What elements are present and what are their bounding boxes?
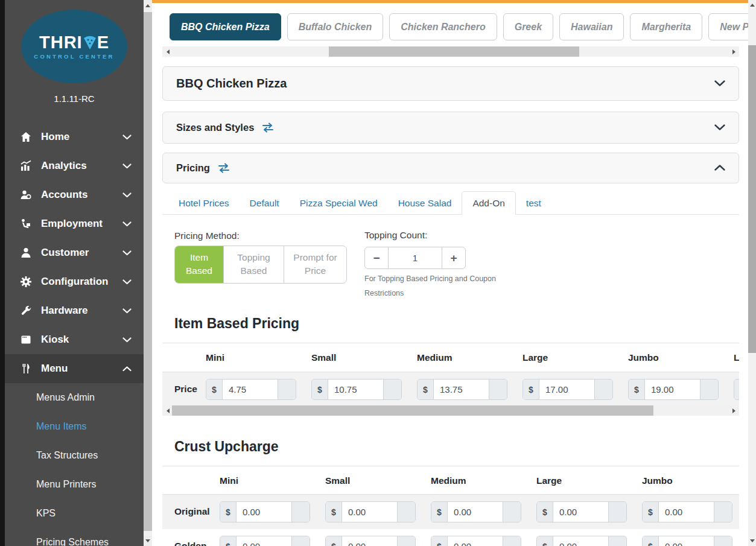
sidebar-item-kiosk[interactable]: Kiosk (5, 325, 144, 354)
column-header: Medium (431, 475, 466, 486)
topping-count-value[interactable]: 1 (389, 247, 442, 269)
tab-add-on[interactable]: Add-On (462, 191, 515, 215)
sidebar-item-home[interactable]: Home (5, 122, 144, 151)
sidebar-subitem-pricing-schemes[interactable]: Pricing Schemes (5, 528, 144, 546)
main-scrollbar-thumb[interactable] (748, 45, 756, 353)
upcharge-input[interactable] (342, 536, 397, 546)
upcharge-input[interactable] (237, 502, 291, 522)
scroll-up-arrow[interactable] (144, 0, 152, 10)
sidebar-subitem-menus-admin[interactable]: Menus Admin (5, 383, 144, 412)
item-tab-bbq-chicken-pizza[interactable]: BBQ Chicken Pizza (170, 13, 281, 40)
item-tab-hawaiian[interactable]: Hawaiian (559, 13, 624, 40)
price-input[interactable] (223, 379, 278, 399)
chevron-down-icon (122, 218, 132, 229)
sidebar-item-analytics[interactable]: Analytics (5, 151, 144, 180)
item-tab-label: New Pizza (720, 22, 748, 33)
tab-label: Hotel Prices (179, 198, 229, 209)
price-input[interactable] (539, 379, 594, 399)
sidebar-item-configuration[interactable]: Configuration (5, 267, 144, 296)
column-header: Lg (734, 352, 739, 363)
accordion-sizes-styles[interactable]: Sizes and Styles (162, 112, 739, 144)
sidebar-item-employment[interactable]: Employment (5, 209, 144, 238)
upcharge-input[interactable] (237, 536, 291, 546)
pricing-method-item-based-button[interactable]: Item Based (175, 246, 223, 283)
item-tabs-scrollbar[interactable] (162, 46, 739, 57)
upcharge-input[interactable] (553, 536, 608, 546)
tab-test[interactable]: test (516, 191, 551, 215)
customer-icon (19, 247, 33, 259)
sidebar-item-label: Hardware (41, 305, 122, 317)
upcharge-input-group-small: $ (325, 536, 416, 546)
item-tabs-scrollbar-thumb[interactable] (329, 46, 579, 57)
gear-icon (19, 276, 33, 288)
item-tab-label: Margherita (641, 22, 691, 33)
row-label: Price (174, 384, 197, 395)
sidebar-scrollbar-thumb[interactable] (144, 12, 152, 531)
row-label: Golden (174, 541, 206, 546)
input-addon (291, 502, 310, 522)
item-tab-chicken-ranchero[interactable]: Chicken Ranchero (389, 13, 497, 40)
tab-pizza-special-wed[interactable]: Pizza Special Wed (290, 191, 388, 215)
pricing-method-prompt-for-price-button[interactable]: Prompt for Price (284, 246, 346, 283)
sidebar-nav: Home Analytics Accounts Employment Custo… (5, 122, 144, 546)
tab-label: Pizza Special Wed (300, 198, 378, 209)
scroll-right-arrow[interactable] (729, 46, 739, 57)
item-tab-buffalo-chicken[interactable]: Buffalo Chicken (287, 13, 384, 40)
item-tab-greek[interactable]: Greek (503, 13, 553, 40)
scroll-right-arrow[interactable] (729, 405, 739, 416)
accordion-pricing[interactable]: Pricing (162, 153, 739, 183)
upcharge-input[interactable] (342, 502, 397, 522)
pricing-table-scrollbar[interactable] (162, 405, 739, 416)
tab-house-salad[interactable]: House Salad (388, 191, 462, 215)
currency-prefix: $ (431, 536, 448, 546)
upcharge-input[interactable] (448, 502, 503, 522)
upcharge-input[interactable] (659, 536, 714, 546)
accordion-item-name[interactable]: BBQ Chicken Pizza (162, 66, 739, 101)
upcharge-input-group-medium: $ (431, 536, 521, 546)
scroll-left-arrow[interactable] (162, 405, 173, 416)
sidebar-item-hardware[interactable]: Hardware (5, 296, 144, 325)
app-version: 1.1.11-RC (5, 94, 144, 104)
accordion-title: Pricing (176, 162, 210, 174)
scroll-left-arrow[interactable] (162, 46, 173, 57)
item-tab-new-pizza[interactable]: New Pizza (708, 13, 748, 40)
sidebar-subitem-menu-items[interactable]: Menu Items (5, 412, 144, 441)
upcharge-input[interactable] (448, 536, 503, 546)
menu-item-tabs: BBQ Chicken Pizza Buffalo Chicken Chicke… (170, 13, 748, 40)
sidebar-subitem-tax-structures[interactable]: Tax Structures (5, 441, 144, 470)
upcharge-input-group-large: $ (536, 536, 627, 546)
tab-default[interactable]: Default (240, 191, 290, 215)
pricing-method-topping-based-button[interactable]: Topping Based (223, 246, 284, 283)
scroll-down-arrow[interactable] (144, 536, 152, 546)
pricing-table-scrollbar-thumb[interactable] (172, 405, 653, 416)
upcharge-input[interactable] (553, 502, 608, 522)
price-input[interactable] (328, 379, 383, 399)
sidebar-item-accounts[interactable]: Accounts (5, 180, 144, 209)
sidebar-subitem-menu-printers[interactable]: Menu Printers (5, 470, 144, 499)
currency-prefix: $ (418, 379, 434, 399)
sidebar-item-menu[interactable]: Menu (5, 354, 144, 383)
decrement-button[interactable]: − (364, 247, 389, 269)
column-header: Large (523, 352, 548, 363)
input-addon (397, 536, 415, 546)
table-row: Original $ $ $ $ $ (162, 495, 739, 529)
sidebar-item-customer[interactable]: Customer (5, 238, 144, 267)
wrench-icon (19, 305, 33, 317)
chevron-up-icon (122, 363, 132, 374)
sidebar: THRI E CONTROL CENTER 1.1.11-RC Home Ana… (5, 0, 144, 546)
currency-prefix: $ (629, 379, 645, 399)
increment-button[interactable]: + (442, 247, 466, 269)
price-input[interactable] (645, 379, 700, 399)
sidebar-subitem-kps[interactable]: KPS (5, 499, 144, 528)
accent-top-bar (152, 0, 748, 3)
main-scrollbar[interactable] (748, 0, 756, 546)
sidebar-scrollbar[interactable] (144, 0, 152, 546)
item-based-pricing-table: Mini Small Medium Large Jumbo Lg Price $… (162, 343, 739, 407)
scroll-up-arrow[interactable] (748, 0, 756, 10)
item-tab-margherita[interactable]: Margherita (630, 13, 702, 40)
tab-hotel-prices[interactable]: Hotel Prices (168, 191, 240, 215)
price-input[interactable] (434, 379, 489, 399)
scroll-down-arrow[interactable] (748, 536, 756, 546)
item-based-pricing-title: Item Based Pricing (174, 316, 299, 332)
upcharge-input[interactable] (659, 502, 714, 522)
